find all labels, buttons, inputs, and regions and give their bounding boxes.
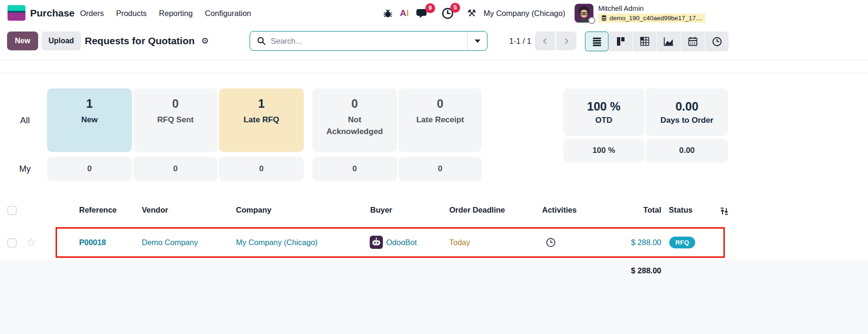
chevron-right-icon [562,37,570,45]
table-row[interactable]: ☆ P00018 Demo Company My Company (Chicag… [0,220,868,258]
view-pivot-button[interactable] [633,32,657,51]
kpi-otd-my[interactable]: 100 % [563,139,644,162]
database-icon [601,15,607,21]
cell-total: $ 288.00 [631,238,661,247]
header-total[interactable]: Total [643,206,661,215]
list-footer: $ 288.00 [0,260,868,334]
select-all-checkbox[interactable] [8,206,16,215]
user-menu[interactable]: Mitchell Admin demo_190_c40aed99be17_17… [575,4,705,23]
cell-buyer[interactable]: OdooBot [386,238,417,247]
search-bar [250,31,487,51]
header-vendor[interactable]: Vendor [142,206,168,215]
kpi-col-otd: 100 % OTD 100 % [563,88,644,164]
kpi-days-to-order[interactable]: 0.00 Days to Order [646,88,728,136]
new-button[interactable]: New [7,32,38,50]
menu-configuration[interactable]: Configuration [205,9,251,18]
row-checkbox[interactable] [8,239,16,247]
status-badge-wrap: RFQ [669,237,695,248]
header-status[interactable]: Status [669,206,692,215]
activities-count-badge: 5 [450,3,460,13]
user-name: Mitchell Admin [598,4,705,13]
status-badge: RFQ [669,237,695,248]
pager-previous-button[interactable] [535,32,555,50]
dashboard-col-late-rfq: 1 Late RFQ 0 [219,88,304,183]
cell-company[interactable]: My Company (Chicago) [236,238,317,247]
header-reference[interactable]: Reference [79,206,117,215]
dashboard-col-late-receipt: 0 Late Receipt 0 [398,88,482,183]
upload-button[interactable]: Upload [41,32,81,50]
card-late-rfq-my[interactable]: 0 [219,157,304,181]
developer-tools-icon[interactable]: ⚒ [467,8,476,18]
database-badge: demo_190_c40aed99be17_17… [598,14,705,23]
activity-view-icon [712,36,722,47]
header-company[interactable]: Company [236,206,271,215]
user-avatar [575,4,593,23]
activity-clock-icon[interactable] [545,237,556,248]
footer-total-sum: $ 288.00 [631,266,661,275]
systray: AI 9 5 ⚒ My Company (Chicago) Mitchell A… [382,0,705,26]
bug-report-icon[interactable] [382,8,393,19]
ai-icon[interactable]: AI [400,8,409,18]
search-icon [257,36,266,46]
pivot-view-icon [640,36,650,47]
card-late-receipt-all[interactable]: 0 Late Receipt [398,88,482,152]
buyer-avatar [370,236,383,249]
dashboard-col-rfq-sent: 0 RFQ Sent 0 [133,88,218,183]
company-switcher[interactable]: My Company (Chicago) [484,9,565,18]
kpi-col-days-to-order: 0.00 Days to Order 0.00 [646,88,728,164]
favorite-star-icon[interactable]: ☆ [26,237,36,247]
messages-icon[interactable]: 9 [415,8,429,19]
kpi-days-to-order-my[interactable]: 0.00 [646,139,728,162]
user-status-dot [588,17,595,24]
dashboard-row-my-label: My [13,157,37,181]
card-new-all[interactable]: 1 New [47,88,132,152]
menu-reporting[interactable]: Reporting [159,9,193,18]
card-not-acknowledged-my[interactable]: 0 [312,157,397,181]
list-header-row: Reference Vendor Company Buyer Order Dea… [0,205,868,220]
chevron-down-icon [475,40,480,43]
menu-orders[interactable]: Orders [80,9,104,18]
database-name: demo_190_c40aed99be17_17… [609,15,702,22]
menu-products[interactable]: Products [116,9,146,18]
pager-next-button[interactable] [556,32,576,50]
search-options-toggle[interactable] [467,32,487,50]
dashboard-col-not-acknowledged: 0 Not Acknowledged 0 [312,88,397,183]
optional-columns-button[interactable] [720,207,729,216]
card-rfq-sent-all[interactable]: 0 RFQ Sent [133,88,218,152]
kpi-otd[interactable]: 100 % OTD [563,88,644,136]
pager-range: 1-1 / 1 [497,32,531,50]
card-rfq-sent-my[interactable]: 0 [133,157,218,181]
view-calendar-button[interactable] [681,32,705,51]
main-menu: Orders Products Reporting Configuration [80,0,251,26]
view-list-button[interactable] [585,32,608,51]
cell-vendor[interactable]: Demo Company [142,238,198,247]
calendar-view-icon [688,36,698,47]
card-new-my[interactable]: 0 [47,157,132,181]
search-input[interactable] [271,32,467,50]
page-title: Requests for Quotation [85,35,195,47]
cell-reference[interactable]: P00018 [79,238,106,247]
view-kanban-button[interactable] [609,32,633,51]
app-title[interactable]: Purchase [30,6,75,21]
dashboard-top-divider [0,72,868,72]
dashboard-col-new: 1 New 0 [47,88,132,183]
activities-icon[interactable]: 5 [441,7,454,20]
card-late-rfq-all[interactable]: 1 Late RFQ [219,88,304,152]
header-order-deadline[interactable]: Order Deadline [449,206,505,215]
kanban-view-icon [616,36,626,47]
view-activity-button[interactable] [705,32,729,51]
control-panel-divider [0,60,868,60]
pager [535,32,576,50]
purchase-app-icon[interactable] [8,5,25,21]
user-info: Mitchell Admin demo_190_c40aed99be17_17… [598,4,705,23]
header-buyer[interactable]: Buyer [370,206,392,215]
card-late-receipt-my[interactable]: 0 [398,157,482,181]
chevron-left-icon [541,37,549,45]
graph-view-icon [663,36,674,47]
messages-count-badge: 9 [425,3,435,13]
view-graph-button[interactable] [657,32,681,51]
card-not-acknowledged-all[interactable]: 0 Not Acknowledged [312,88,397,152]
header-activities[interactable]: Activities [542,206,576,215]
list-view-icon [592,37,602,47]
view-settings-gear-icon[interactable]: ⚙ [201,36,209,46]
